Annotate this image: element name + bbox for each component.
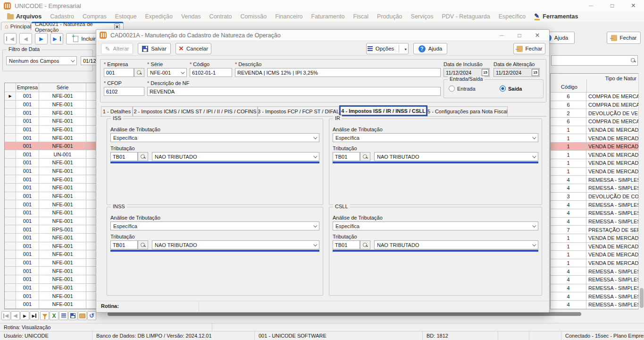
table-row[interactable]: 1VENDA DE MERCADO xyxy=(551,151,638,159)
vertical-scrollbar[interactable] xyxy=(638,73,644,309)
csll-tributacao-lookup-button[interactable] xyxy=(360,240,370,249)
table-row[interactable]: 1VENDA DE MERCADO xyxy=(551,168,638,176)
minimize-icon[interactable] xyxy=(580,0,602,11)
table-row[interactable]: 001NFE-001 xyxy=(5,175,96,184)
dropdown-arrow-icon[interactable] xyxy=(404,46,407,51)
table-row[interactable]: 001NFE-001 xyxy=(5,234,96,242)
table-row[interactable]: 001NFE-001 xyxy=(5,109,96,117)
tab-3-impostos-fcp-fcp-st-difal[interactable]: 3 - Impostos FCP / FCP ST / DIFAL xyxy=(258,106,339,116)
inss-tributacao-code[interactable] xyxy=(110,240,138,249)
table-row[interactable]: 3DEVOLUÇÃO DE CO xyxy=(551,193,638,201)
tab-1-detalhes[interactable]: 1 - Detalhes xyxy=(101,106,133,116)
search-icon[interactable] xyxy=(630,58,636,63)
table-row[interactable]: 001NFE-001 xyxy=(5,200,96,209)
salvar-button[interactable]: Salvar xyxy=(138,43,171,54)
menu-compras[interactable]: Compras xyxy=(78,13,111,20)
table-row[interactable]: 001NFE-001 xyxy=(5,167,96,176)
footer-save-layout-button[interactable] xyxy=(68,311,77,320)
menu-servi-os[interactable]: Serviços xyxy=(407,13,438,20)
table-row[interactable]: 001NFE-001 xyxy=(5,117,96,126)
menu-ferramentas[interactable]: Ferramentas xyxy=(530,13,582,20)
csll-tributacao-select[interactable]: NAO TRIBUTADO xyxy=(374,240,538,249)
dialog-fechar-button[interactable]: Fechar xyxy=(513,43,545,54)
footer-refresh-button[interactable] xyxy=(87,311,96,320)
cancelar-button[interactable]: Cancelar xyxy=(176,43,211,54)
table-row[interactable]: 001NFE-001 xyxy=(5,126,96,134)
table-row[interactable]: 001NFE-001 xyxy=(5,242,96,251)
maximize-icon[interactable] xyxy=(602,0,623,11)
menu-pdv-retaguarda[interactable]: PDV - Retaguarda xyxy=(438,13,494,20)
saida-radio[interactable]: Saída xyxy=(500,85,522,92)
table-row[interactable]: 1VENDA DE MERCADO xyxy=(551,159,638,168)
table-row[interactable]: 6COMPRA DE MERCA xyxy=(551,118,638,126)
descricao-nf-field[interactable] xyxy=(147,87,441,96)
empresa-lookup-button[interactable] xyxy=(134,68,144,77)
serie-select[interactable]: NFE-001 xyxy=(147,68,187,77)
footer-open-button[interactable] xyxy=(78,311,87,320)
tab-4-impostos-iss-ir-inss-csll[interactable]: 4 - Impostos ISS / IR / INSS / CSLL xyxy=(339,105,427,116)
menu-produ-o[interactable]: Produção xyxy=(373,13,407,20)
horizontal-scrollbar-thumb[interactable] xyxy=(108,312,581,316)
footer-next-button[interactable]: ▶ xyxy=(20,311,29,320)
ir-tributacao-select[interactable]: NAO TRIBUTADO xyxy=(374,152,538,161)
right-grid[interactable]: Tipo de Natur Código 6COMPRA DE MERCA6CO… xyxy=(550,73,638,309)
table-row[interactable]: 4REMESSA - SIMPLES xyxy=(551,218,638,226)
table-row[interactable]: 001NFE-001 xyxy=(5,209,96,217)
menu-vendas[interactable]: Vendas xyxy=(177,13,205,20)
tab-principal[interactable]: Principal xyxy=(1,22,31,30)
table-row[interactable]: 001NFE-001 xyxy=(5,300,96,309)
table-row[interactable]: 1VENDA DE MERCADO xyxy=(551,243,638,251)
menu-cadastro[interactable]: Cadastro xyxy=(46,13,78,20)
tab-5-configura-es-para-nota-fiscal[interactable]: 5 - Configurações para Nota Fiscal xyxy=(427,106,508,116)
csll-analise-select[interactable]: Específica xyxy=(333,221,538,230)
footer-export-excel-button[interactable] xyxy=(50,311,59,320)
filtro-campo-select[interactable]: Nenhum dos Campos xyxy=(6,56,77,65)
table-row[interactable]: 4REMESSA - SIMPLES xyxy=(551,267,638,276)
table-row[interactable]: 001NFE-001 xyxy=(5,92,96,101)
nav-last-button[interactable]: ▶ xyxy=(50,33,63,44)
footer-prev-button[interactable]: ◀ xyxy=(11,311,20,320)
menu-fiscal[interactable]: Fiscal xyxy=(349,13,373,20)
table-row[interactable]: 001NFE-001 xyxy=(5,284,96,292)
table-row[interactable]: 1VENDA DE MERCADO xyxy=(551,134,638,143)
table-row[interactable]: 001NFE-001 xyxy=(5,217,96,226)
nav-next-button[interactable]: ▶ xyxy=(35,33,48,44)
tipo-natureza-column-header[interactable]: Tipo de Natur xyxy=(605,76,636,81)
iss-tributacao-lookup-button[interactable] xyxy=(138,152,148,161)
left-grid[interactable]: Empresa Série 001NFE-001001NFE-001001NFE… xyxy=(4,83,96,309)
table-row[interactable]: 001NFE-001 xyxy=(5,275,96,284)
table-row[interactable]: 4REMESSA - SIMPLES xyxy=(551,176,638,184)
cfop-field[interactable] xyxy=(104,87,144,96)
menu-contrato[interactable]: Contrato xyxy=(205,13,236,20)
search-input[interactable] xyxy=(551,55,638,66)
table-row[interactable]: 4REMESSA - SIMPLES xyxy=(551,201,638,209)
ir-tributacao-lookup-button[interactable] xyxy=(360,152,370,161)
codigo-column-header[interactable]: Código xyxy=(561,84,577,90)
table-row[interactable]: 2DEVOLUÇÃO DE VEN xyxy=(551,109,638,118)
dialog-maximize-icon[interactable] xyxy=(510,30,528,41)
footer-last-button[interactable]: ▶ xyxy=(30,311,39,320)
table-row[interactable]: 4REMESSA - SIMPLES xyxy=(551,301,638,309)
menu-financeiro[interactable]: Financeiro xyxy=(271,13,307,20)
inss-analise-select[interactable]: Específica xyxy=(110,221,319,230)
table-row[interactable]: 001NFE-001 xyxy=(5,159,96,167)
tab-2-impostos-icms-icms-st-ipi-ii-pis-cofins[interactable]: 2 - Impostos ICMS / ICMS ST / IPI / II /… xyxy=(133,106,258,116)
table-row[interactable]: 1VENDA DE MERCADO xyxy=(551,251,638,259)
footer-first-button[interactable]: ◀ xyxy=(1,311,10,320)
table-row[interactable]: 6COMPRA DE MERCA xyxy=(551,101,638,110)
table-row[interactable]: 001NFE-001 xyxy=(5,250,96,259)
opcoes-button[interactable]: Opções xyxy=(366,43,409,54)
close-icon[interactable] xyxy=(623,0,644,11)
table-row[interactable]: 1VENDA DE MERCADO xyxy=(551,126,638,135)
iss-tributacao-code[interactable] xyxy=(110,152,138,161)
menu-expedi-o[interactable]: Expedição xyxy=(141,13,177,20)
inss-tributacao-lookup-button[interactable] xyxy=(138,240,148,249)
footer-columns-button[interactable] xyxy=(59,311,68,320)
table-row[interactable]: 6COMPRA DE MERCA xyxy=(551,93,638,101)
vertical-scrollbar-thumb[interactable] xyxy=(640,288,644,308)
dialog-ajuda-button[interactable]: Ajuda xyxy=(413,43,447,54)
table-row[interactable]: 7PRESTAÇÃO DE SER xyxy=(551,226,638,234)
entrada-radio[interactable]: Entrada xyxy=(449,85,476,92)
table-row[interactable]: 001NFE-001 xyxy=(5,192,96,201)
table-row[interactable]: 001NFE-001 xyxy=(5,292,96,300)
